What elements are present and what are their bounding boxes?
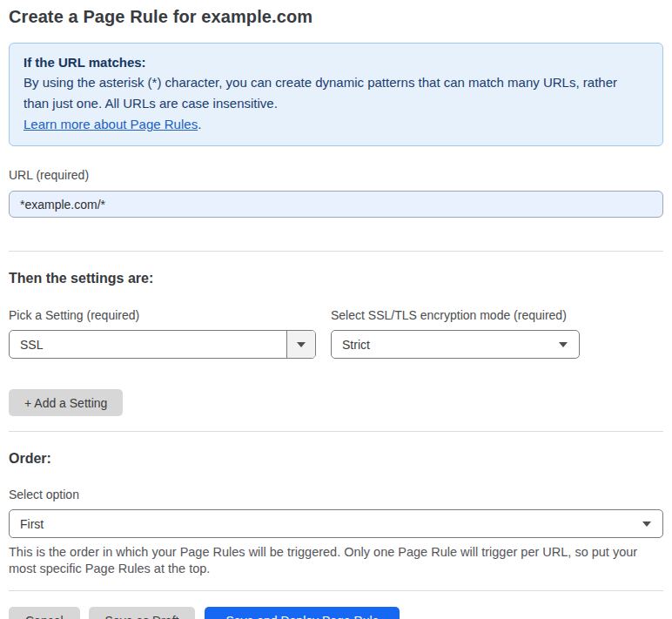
ssl-mode-field: Select SSL/TLS encryption mode (required…	[331, 308, 580, 359]
add-setting-button[interactable]: + Add a Setting	[9, 389, 123, 416]
order-section-heading: Order:	[9, 450, 663, 468]
page-title: Create a Page Rule for example.com	[9, 5, 663, 28]
url-field-label: URL (required)	[9, 168, 663, 183]
pick-setting-label: Pick a Setting (required)	[9, 308, 316, 323]
pick-setting-select[interactable]: SSL	[9, 330, 316, 359]
settings-section-heading: Then the settings are:	[9, 270, 663, 287]
info-box-body: By using the asterisk (*) character, you…	[24, 72, 617, 114]
order-select-value: First	[10, 517, 642, 531]
settings-selects-row: Pick a Setting (required) SSL Select SSL…	[9, 308, 663, 359]
order-select-label: Select option	[9, 488, 663, 502]
divider	[9, 590, 663, 591]
ssl-mode-value: Strict	[332, 338, 559, 352]
create-page-rule-panel: Create a Page Rule for example.com If th…	[0, 0, 672, 619]
dropdown-arrow-button[interactable]	[286, 331, 315, 358]
save-draft-button[interactable]: Save as Draft	[89, 607, 196, 619]
footer-actions: Cancel Save as Draft Save and Deploy Pag…	[9, 607, 663, 619]
link-period: .	[198, 117, 201, 131]
order-select[interactable]: First	[9, 509, 663, 538]
caret-down-icon	[297, 342, 306, 347]
ssl-mode-label: Select SSL/TLS encryption mode (required…	[331, 308, 580, 323]
caret-down-icon	[559, 342, 568, 347]
order-help-text: This is the order in which your Page Rul…	[9, 544, 653, 577]
save-deploy-button[interactable]: Save and Deploy Page Rule	[205, 607, 400, 619]
url-input[interactable]	[9, 191, 663, 218]
ssl-mode-select[interactable]: Strict	[331, 330, 580, 359]
cancel-button[interactable]: Cancel	[9, 607, 80, 619]
url-match-info-box: If the URL matches: By using the asteris…	[9, 43, 663, 146]
info-box-link-line: Learn more about Page Rules.	[24, 114, 648, 135]
learn-more-link[interactable]: Learn more about Page Rules	[24, 117, 198, 131]
divider	[9, 431, 663, 432]
pick-setting-field: Pick a Setting (required) SSL	[9, 308, 316, 359]
pick-setting-value: SSL	[10, 338, 286, 352]
caret-down-icon	[642, 521, 651, 527]
divider	[9, 251, 663, 252]
info-box-heading: If the URL matches:	[24, 53, 648, 72]
